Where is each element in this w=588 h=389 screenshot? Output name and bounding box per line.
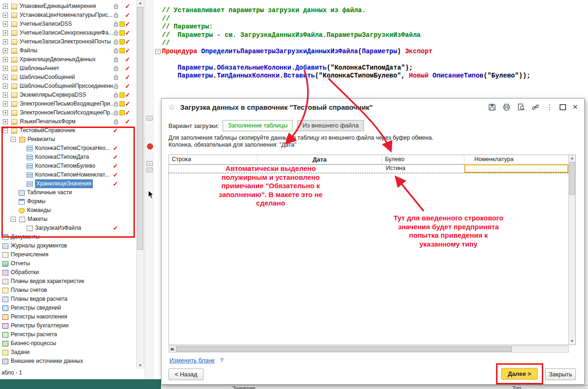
tree-item[interactable]: Планы счетов	[0, 286, 136, 295]
cell-stroka[interactable]	[169, 164, 258, 173]
back-button[interactable]: < Назад	[168, 368, 203, 380]
tree-item[interactable]: +УчетныеЗаписиСинхронизацииФа...✓	[0, 28, 136, 37]
tree-item[interactable]: −Реквизиты	[0, 135, 136, 144]
tree-item[interactable]: Документы	[0, 233, 136, 241]
expand-icon[interactable]: +	[3, 48, 8, 53]
cell-data[interactable]	[258, 164, 382, 173]
tree-item[interactable]: +УпаковкиЕдиницыИзмерения✓	[0, 2, 136, 11]
print-icon[interactable]	[503, 103, 511, 111]
expand-icon[interactable]: +	[3, 84, 8, 89]
expand-icon[interactable]: +	[3, 39, 8, 44]
scrollbar-thumb[interactable]	[137, 7, 143, 250]
breakpoint-icon[interactable]	[147, 143, 153, 149]
splitter-button[interactable]: ‒	[147, 116, 153, 120]
column-header-stroka[interactable]: Строка	[169, 155, 258, 164]
tree-item[interactable]: +ШаблоныАнкет✓	[0, 64, 136, 73]
collapse-icon[interactable]: −	[3, 128, 8, 133]
expand-icon[interactable]: +	[3, 30, 8, 35]
table-vertical-scrollbar[interactable]: ▲ ▼	[568, 155, 575, 345]
expand-icon[interactable]: +	[3, 75, 8, 80]
maximize-icon[interactable]	[560, 104, 566, 110]
tree-item[interactable]: Регистры бухгалтерии	[0, 321, 136, 330]
expand-icon[interactable]: +	[3, 119, 8, 124]
variant-fill-table-button[interactable]: Заполнение таблицы	[223, 120, 293, 131]
expand-icon[interactable]: +	[3, 4, 8, 9]
tree-item[interactable]: Регистры сведений	[0, 304, 136, 312]
tree-item[interactable]: ЗагрузкаИзФайла✓	[0, 224, 136, 233]
tree-item[interactable]: Отчеты	[0, 259, 136, 268]
column-header-data[interactable]: Дата	[258, 155, 382, 164]
tree-item[interactable]: КолонкаСТипомСтрокаНео...✓	[0, 144, 136, 153]
close-icon[interactable]: ×	[573, 103, 578, 111]
tree-scrollbar[interactable]: ▲ ▼	[136, 0, 144, 369]
expand-icon[interactable]: +	[3, 21, 8, 27]
tree-item[interactable]: Регистры накопления	[0, 312, 136, 321]
tree-item[interactable]: +УстановкаЦенНоменклатурыПрис...✓	[0, 11, 136, 20]
tree-item[interactable]: +ЭлектронноеПисьмоИсходящееПр...✓	[0, 108, 136, 117]
expand-icon[interactable]: +	[3, 92, 8, 98]
tree-item[interactable]: +ШаблоныСообщенийПрисоединенн...✓	[0, 82, 136, 91]
edit-blank-link[interactable]: Изменить бланк	[169, 357, 215, 364]
tree-item[interactable]: Задачи	[0, 348, 136, 357]
column-header-nomenklatura[interactable]: Номенклатура	[464, 155, 569, 164]
more-menu-icon[interactable]: ⋮	[546, 103, 553, 111]
tree-item[interactable]: +УчетныеЗаписиЭлектроннойПочты✓	[0, 37, 136, 46]
tree-item[interactable]: Табличные части	[0, 188, 136, 197]
tree-item[interactable]: Перечисления	[0, 250, 136, 259]
tree-item[interactable]: +ХранилищеДвоичныхДанных✓	[0, 55, 136, 64]
save-icon[interactable]	[488, 103, 496, 111]
expand-icon[interactable]: +	[3, 66, 8, 71]
tree-item[interactable]: +УчетныеЗаписиDSS✓	[0, 20, 136, 28]
tree-item[interactable]: Планы видов расчета	[0, 295, 136, 304]
tree-item[interactable]: Команды	[0, 206, 136, 215]
next-button[interactable]: Далее >	[501, 368, 538, 380]
ext-icon	[2, 359, 8, 364]
scrollbar-thumb[interactable]	[569, 162, 575, 195]
splitter-button[interactable]: ‒	[147, 168, 153, 172]
table-horizontal-scrollbar[interactable]: ◀ ▶	[168, 346, 569, 353]
tree-item[interactable]: ХранилищеЗначения✓	[0, 179, 136, 188]
tree-item[interactable]: Планы видов характеристик	[0, 277, 136, 286]
tree-item[interactable]: КолонкаСТипомБулево✓	[0, 162, 136, 170]
tree-item-label: Планы видов расчета	[11, 295, 67, 304]
help-icon[interactable]: ?	[220, 357, 223, 364]
tree-item[interactable]: +Файлы✓	[0, 46, 136, 55]
splitter-button[interactable]: ‒	[147, 161, 153, 166]
expand-icon[interactable]: +	[3, 110, 8, 115]
tree-item[interactable]: −Макеты	[0, 215, 136, 224]
link-icon[interactable]	[532, 103, 539, 111]
tree-item[interactable]: Обработки	[0, 268, 136, 277]
scroll-down-icon[interactable]: ▼	[569, 338, 575, 345]
collapse-icon[interactable]: −	[11, 217, 16, 222]
collapse-icon[interactable]: −	[155, 49, 161, 54]
close-button[interactable]: Закрыть	[545, 368, 576, 380]
column-header-bulevo[interactable]: Булево	[382, 155, 464, 164]
expand-icon[interactable]: +	[3, 101, 8, 106]
scroll-right-icon[interactable]: ▶	[169, 346, 175, 352]
tree-item[interactable]: +ШаблоныСообщений✓	[0, 73, 136, 82]
cell-bulevo[interactable]: Истина	[382, 164, 464, 173]
tree-item[interactable]: КолонкаСТипомНоменклат...✓	[0, 170, 136, 179]
scrollbar-thumb[interactable]	[176, 347, 512, 352]
scroll-down-icon[interactable]: ▼	[137, 362, 144, 369]
variant-external-file-button[interactable]: Из внешнего файла	[297, 120, 364, 131]
favorite-star-icon[interactable]: ☆	[168, 102, 175, 112]
collapse-icon[interactable]: −	[11, 137, 16, 142]
scroll-up-icon[interactable]: ▲	[569, 155, 575, 162]
tree-item[interactable]: +ЯзыкиПечатныхФорм✓	[0, 117, 136, 126]
tree-item[interactable]: Внешние источники данных	[0, 357, 136, 366]
expand-icon[interactable]: +	[3, 13, 8, 18]
tree-item[interactable]: Журналы документов	[0, 241, 136, 250]
scroll-up-icon[interactable]: ▲	[137, 0, 144, 7]
expand-icon[interactable]: +	[3, 57, 8, 62]
tree-item[interactable]: +ЭкземплярыСервераDSS✓	[0, 91, 136, 99]
find-icon[interactable]	[517, 103, 525, 111]
tree-item[interactable]: +ЭлектронноеПисьмоВходящееПри...✓	[0, 99, 136, 108]
active-cell-nomenklatura[interactable]	[464, 164, 568, 173]
tree-item[interactable]: Регистры расчета	[0, 330, 136, 339]
code-editor[interactable]: // Устанавливает параметры загрузки данн…	[154, 0, 588, 98]
tree-item[interactable]: Формы	[0, 197, 136, 206]
tree-item[interactable]: Бизнес-процессы	[0, 339, 136, 348]
tree-item[interactable]: −ТестовыйСправочник✓	[0, 126, 136, 135]
tree-item[interactable]: КолонкаСТипомДата✓	[0, 153, 136, 162]
